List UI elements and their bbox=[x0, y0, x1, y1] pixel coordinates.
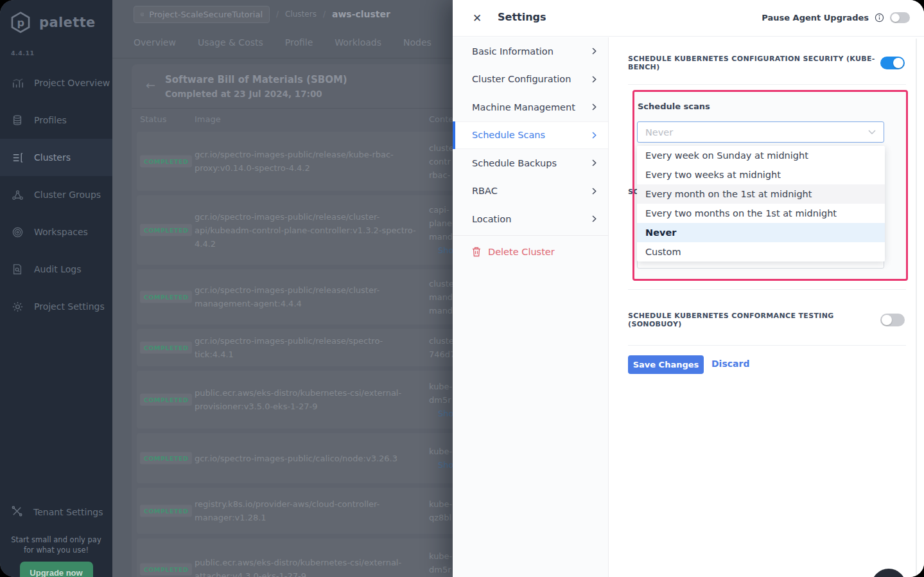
sidebar-item-workspaces[interactable]: Workspaces bbox=[0, 213, 112, 251]
menu-item-machine-management[interactable]: Machine Management bbox=[453, 93, 608, 121]
image-name: gcr.io/spectro-images-public/release/kub… bbox=[195, 148, 421, 175]
project-selector-chip[interactable]: Project-ScaleSecureTutorial bbox=[134, 6, 270, 23]
target-icon bbox=[11, 226, 24, 238]
toggle-knob bbox=[893, 58, 903, 68]
chevron-right-icon bbox=[592, 76, 597, 83]
sonobuoy-toggle[interactable] bbox=[880, 314, 905, 326]
table-row: COMPLETED gcr.io/spectro-images-public/r… bbox=[137, 195, 489, 265]
sidebar-item-label: Cluster Groups bbox=[34, 190, 101, 200]
upgrade-promo-text: Start small and only pay for what you us… bbox=[8, 535, 105, 555]
breadcrumb-separator: / bbox=[323, 10, 326, 19]
table-row: COMPLETED public.ecr.aws/eks-distro/kube… bbox=[137, 371, 489, 429]
sidebar-item-profiles[interactable]: Profiles bbox=[0, 102, 112, 139]
menu-item-location[interactable]: Location bbox=[453, 205, 608, 233]
breadcrumb: Project-ScaleSecureTutorial / Clusters /… bbox=[134, 5, 390, 23]
panel-scrollbar[interactable] bbox=[916, 39, 917, 577]
status-badge: COMPLETED bbox=[140, 505, 192, 517]
save-changes-button[interactable]: Save Changes bbox=[628, 355, 704, 374]
document-search-icon bbox=[11, 263, 24, 276]
palette-logo-icon: p bbox=[8, 10, 33, 35]
sidebar-item-clusters[interactable]: Clusters bbox=[0, 139, 112, 176]
option-custom[interactable]: Custom bbox=[637, 242, 885, 262]
breadcrumb-clusters[interactable]: Clusters bbox=[285, 10, 317, 19]
list-icon bbox=[11, 151, 24, 164]
sidebar: p palette 4.4.11 Project Overview Profil… bbox=[0, 0, 112, 577]
back-arrow-icon[interactable]: ← bbox=[146, 78, 155, 92]
sidebar-item-label: Project Overview bbox=[34, 78, 110, 88]
close-icon[interactable]: ✕ bbox=[473, 10, 482, 26]
tab-overview[interactable]: Overview bbox=[134, 37, 176, 48]
delete-cluster-button[interactable]: Delete Cluster bbox=[453, 236, 608, 268]
image-name: gcr.io/spectro-images-public/calico/node… bbox=[195, 452, 421, 465]
status-badge: COMPLETED bbox=[140, 564, 192, 576]
pause-agent-label: Pause Agent Upgrades bbox=[762, 13, 869, 22]
kube-bench-toggle[interactable] bbox=[880, 57, 905, 69]
palette-logo[interactable]: p palette bbox=[0, 0, 112, 35]
sbom-table-header: Status Image Conte bbox=[137, 109, 489, 130]
menu-item-rbac[interactable]: RBAC bbox=[453, 177, 608, 206]
table-row: COMPLETED gcr.io/spectro-images-public/r… bbox=[137, 329, 489, 366]
table-row: COMPLETED gcr.io/spectro-images-public/r… bbox=[137, 269, 489, 324]
menu-item-label: Location bbox=[472, 214, 511, 224]
sidebar-item-label: Project Settings bbox=[34, 301, 105, 312]
chevron-right-icon bbox=[592, 159, 597, 166]
schedule-scans-select[interactable]: Never bbox=[637, 121, 884, 143]
schedule-scans-field-label: Schedule scans bbox=[638, 102, 710, 111]
table-row: COMPLETED gcr.io/spectro-images-public/c… bbox=[137, 433, 489, 483]
table-row: COMPLETED public.ecr.aws/eks-distro/kube… bbox=[137, 538, 489, 577]
discard-button[interactable]: Discard bbox=[711, 359, 749, 369]
option-never[interactable]: Never bbox=[637, 223, 885, 242]
kube-bench-label: SCHEDULE KUBERNETES CONFIGURATION SECURI… bbox=[628, 55, 880, 71]
sidebar-item-audit-logs[interactable]: Audit Logs bbox=[0, 251, 112, 288]
sidebar-item-label: Workspaces bbox=[34, 227, 88, 237]
sonobuoy-label: SCHEDULE KUBERNETES CONFORMANCE TESTING … bbox=[628, 312, 880, 328]
option-every-week[interactable]: Every week on Sunday at midnight bbox=[637, 146, 885, 165]
sbom-card: ← Software Bill of Materials (SBOM) Comp… bbox=[132, 64, 489, 577]
project-name: Project-ScaleSecureTutorial bbox=[149, 10, 263, 19]
tab-nodes[interactable]: Nodes bbox=[403, 37, 431, 48]
kube-bench-setting: SCHEDULE KUBERNETES CONFIGURATION SECURI… bbox=[628, 53, 905, 73]
sidebar-item-project-overview[interactable]: Project Overview bbox=[0, 64, 112, 102]
option-every-two-weeks[interactable]: Every two weeks at midnight bbox=[637, 165, 885, 184]
tab-usage-costs[interactable]: Usage & Costs bbox=[198, 37, 263, 48]
promo-line: Start small and only pay bbox=[11, 535, 101, 544]
breadcrumb-separator: / bbox=[276, 10, 279, 19]
sidebar-footer: Tenant Settings Start small and only pay… bbox=[0, 495, 112, 577]
chevron-right-icon bbox=[592, 103, 597, 111]
menu-item-schedule-backups[interactable]: Schedule Backups bbox=[453, 149, 608, 177]
upgrade-now-button[interactable]: Upgrade now bbox=[20, 562, 93, 577]
status-badge: COMPLETED bbox=[140, 224, 192, 236]
sbom-table-body: COMPLETED gcr.io/spectro-images-public/r… bbox=[137, 132, 489, 577]
tab-workloads[interactable]: Workloads bbox=[335, 37, 381, 48]
chevron-right-icon bbox=[592, 188, 597, 195]
info-icon[interactable] bbox=[875, 13, 884, 22]
menu-item-label: Cluster Configuration bbox=[472, 74, 571, 84]
menu-item-schedule-scans[interactable]: Schedule Scans bbox=[453, 121, 608, 150]
menu-item-label: Machine Management bbox=[472, 102, 575, 112]
menu-item-cluster-configuration[interactable]: Cluster Configuration bbox=[453, 66, 608, 94]
sidebar-item-label: Clusters bbox=[34, 152, 71, 163]
settings-panel: ✕ Settings Pause Agent Upgrades Basic In… bbox=[453, 0, 924, 577]
option-every-two-months[interactable]: Every two months on the 1st at midnight bbox=[637, 204, 885, 223]
menu-item-basic-information[interactable]: Basic Information bbox=[453, 37, 608, 66]
tab-profile[interactable]: Profile bbox=[285, 37, 313, 48]
sidebar-nav: Project Overview Profiles Clusters Clust… bbox=[0, 64, 112, 325]
image-name: registry.k8s.io/provider-aws/cloud-contr… bbox=[195, 497, 421, 524]
delete-cluster-label: Delete Cluster bbox=[488, 247, 555, 257]
trash-icon bbox=[472, 247, 481, 257]
nodes-icon bbox=[11, 188, 24, 201]
image-name: gcr.io/spectro-images-public/release/clu… bbox=[195, 283, 421, 310]
option-every-month[interactable]: Every month on the 1st at midnight bbox=[637, 184, 885, 204]
promo-line: for what you use! bbox=[24, 546, 89, 555]
sidebar-item-label: Tenant Settings bbox=[33, 507, 103, 517]
sidebar-item-label: Profiles bbox=[34, 115, 67, 125]
sidebar-item-cluster-groups[interactable]: Cluster Groups bbox=[0, 176, 112, 213]
settings-menu: Basic Information Cluster Configuration … bbox=[453, 37, 609, 577]
pause-agent-toggle[interactable] bbox=[890, 12, 910, 23]
sidebar-item-project-settings[interactable]: Project Settings bbox=[0, 288, 112, 325]
image-name: gcr.io/spectro-images-public/release/spe… bbox=[195, 334, 421, 361]
sonobuoy-setting: SCHEDULE KUBERNETES CONFORMANCE TESTING … bbox=[628, 310, 905, 330]
project-chip-icon bbox=[141, 10, 144, 19]
sidebar-item-tenant-settings[interactable]: Tenant Settings bbox=[0, 495, 112, 529]
table-row: COMPLETED gcr.io/spectro-images-public/r… bbox=[137, 132, 489, 191]
